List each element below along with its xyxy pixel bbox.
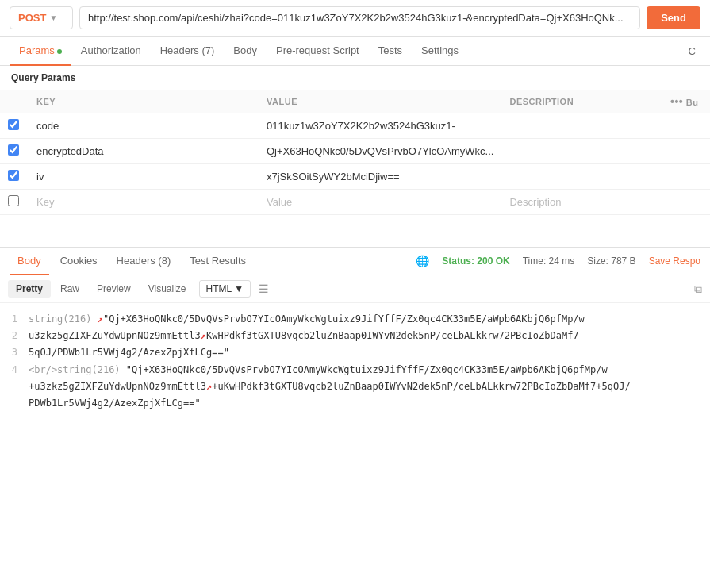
- tab-extra: C: [684, 37, 700, 65]
- col-key-header: KEY: [29, 90, 259, 113]
- table-row: iv x7jSkSOitSyWY2bMciDjiw==: [0, 164, 710, 190]
- tab-body[interactable]: Body: [224, 37, 267, 66]
- row1-key[interactable]: code: [36, 120, 59, 132]
- line-content-3: 5qOJ/PDWb1Lr5VWj4g2/AzexZpjXfLCg==": [29, 345, 710, 360]
- code-area: 1 string(216) ↗"Qj+X63HoQNkc0/5DvQVsPrvb…: [0, 303, 710, 420]
- row4-key[interactable]: Key: [36, 196, 54, 208]
- bulk-label[interactable]: Bu: [686, 98, 699, 107]
- resp-tab-cookies[interactable]: Cookies: [52, 248, 106, 275]
- params-dot: [57, 49, 62, 54]
- line-content-1: string(216) ↗"Qj+X63HoQNkc0/5DvQVsPrvbO7…: [29, 312, 710, 327]
- col-value-header: VALUE: [259, 90, 501, 113]
- fmt-tab-visualize[interactable]: Visualize: [140, 280, 194, 298]
- line-num-2: 2: [0, 329, 29, 344]
- response-area: Body Cookies Headers (8) Test Results 🌐 …: [0, 247, 710, 420]
- table-row: code 011kuz1w3ZoY7X2K2b2w3524hG3kuz1-: [0, 113, 710, 139]
- code-line-3: 3 5qOJ/PDWb1Lr5VWj4g2/AzexZpjXfLCg==": [0, 344, 710, 361]
- fmt-tab-preview[interactable]: Preview: [89, 280, 139, 298]
- response-time: Time: 24 ms: [523, 256, 575, 267]
- code-line-1: 1 string(216) ↗"Qj+X63HoQNkc0/5DvQVsPrvb…: [0, 311, 710, 328]
- line-content-4b: +u3zkz5gZIXFZuYdwUpnNOz9mmEttl3↗+uKwHPdk…: [29, 379, 710, 394]
- row2-checkbox[interactable]: [8, 144, 19, 156]
- method-label: POST: [18, 12, 46, 24]
- method-select[interactable]: POST ▼: [10, 6, 73, 29]
- row2-value[interactable]: Qj+X63HoQNkc0/5DvQVsPrvbO7YlcOAmyWkc...: [267, 145, 493, 157]
- arrow1: ↗: [98, 313, 103, 325]
- url-bar: POST ▼ Send: [0, 0, 710, 37]
- row4-desc: Description: [509, 196, 561, 208]
- main-tabs: Params Authorization Headers (7) Body Pr…: [0, 37, 710, 66]
- more-icon[interactable]: •••: [670, 95, 683, 108]
- query-params-title: Query Params: [0, 66, 710, 90]
- format-lines-icon[interactable]: ☰: [259, 282, 269, 295]
- copy-icon[interactable]: ⧉: [694, 282, 702, 296]
- line-num-4: 4: [0, 363, 29, 378]
- resp-tab-test-results[interactable]: Test Results: [182, 248, 254, 275]
- tab-pre-request[interactable]: Pre-request Script: [267, 37, 369, 66]
- send-button[interactable]: Send: [647, 6, 700, 29]
- response-meta: 🌐 Status: 200 OK Time: 24 ms Size: 787 B…: [416, 255, 700, 267]
- globe-icon: 🌐: [416, 255, 429, 267]
- fmt-tab-pretty[interactable]: Pretty: [8, 280, 51, 298]
- row3-checkbox[interactable]: [8, 170, 19, 181]
- line-num-3: 3: [0, 345, 29, 360]
- table-row: encryptedData Qj+X63HoQNkc0/5DvQVsPrvbO7…: [0, 139, 710, 164]
- tab-settings[interactable]: Settings: [412, 37, 468, 66]
- format-chevron-icon: ▼: [234, 283, 244, 294]
- row3-value[interactable]: x7jSkSOitSyWY2bMciDjiw==: [267, 171, 400, 183]
- resp-tab-headers[interactable]: Headers (8): [109, 248, 179, 275]
- code-line-4c: PDWb1Lr5VWj4g2/AzexZpjXfLCg==": [0, 395, 710, 412]
- row4-checkbox[interactable]: [8, 195, 19, 206]
- tab-params[interactable]: Params: [10, 37, 71, 66]
- format-select[interactable]: HTML ▼: [199, 280, 251, 298]
- arrow2: ↗: [201, 330, 206, 341]
- row1-value[interactable]: 011kuz1w3ZoY7X2K2b2w3524hG3kuz1-: [267, 120, 455, 132]
- tab-authorization[interactable]: Authorization: [71, 37, 151, 66]
- code-line-2: 2 u3zkz5gZIXFZuYdwUpnNOz9mmEttl3↗KwHPdkf…: [0, 328, 710, 344]
- response-tabs: Body Cookies Headers (8) Test Results 🌐 …: [0, 247, 710, 275]
- format-tabs-row: Pretty Raw Preview Visualize HTML ▼ ☰ ⧉: [0, 275, 710, 303]
- row3-key[interactable]: iv: [36, 171, 44, 183]
- spacer: [0, 215, 710, 247]
- response-size: Size: 787 B: [587, 256, 635, 267]
- resp-tab-body[interactable]: Body: [10, 248, 49, 275]
- line-content-4: <br/>string(216) "Qj+X63HoQNkc0/5DvQVsPr…: [29, 363, 710, 378]
- code-line-4b: +u3zkz5gZIXFZuYdwUpnNOz9mmEttl3↗+uKwHPdk…: [0, 379, 710, 395]
- tab-tests[interactable]: Tests: [369, 37, 412, 66]
- status-badge: Status: 200 OK: [442, 256, 509, 267]
- url-input[interactable]: [79, 6, 640, 29]
- params-table: KEY VALUE DESCRIPTION ••• Bu code 011kuz…: [0, 90, 710, 215]
- line-content-2: u3zkz5gZIXFZuYdwUpnNOz9mmEttl3↗KwHPdkf3t…: [29, 329, 710, 344]
- save-response-button[interactable]: Save Respo: [649, 256, 700, 267]
- row2-key[interactable]: encryptedData: [36, 145, 104, 157]
- line-num-1: 1: [0, 312, 29, 327]
- col-check-header: [0, 90, 29, 113]
- tab-headers[interactable]: Headers (7): [151, 37, 225, 66]
- line-content-4c: PDWb1Lr5VWj4g2/AzexZpjXfLCg==": [29, 396, 710, 411]
- col-actions-header: ••• Bu: [662, 90, 710, 113]
- table-row: Key Value Description: [0, 190, 710, 215]
- col-desc-header: DESCRIPTION: [501, 90, 662, 113]
- code-line-4: 4 <br/>string(216) "Qj+X63HoQNkc0/5DvQVs…: [0, 362, 710, 379]
- row1-checkbox[interactable]: [8, 119, 19, 130]
- fmt-tab-raw[interactable]: Raw: [52, 280, 87, 298]
- method-chevron-icon: ▼: [49, 13, 57, 22]
- row4-value[interactable]: Value: [267, 196, 292, 208]
